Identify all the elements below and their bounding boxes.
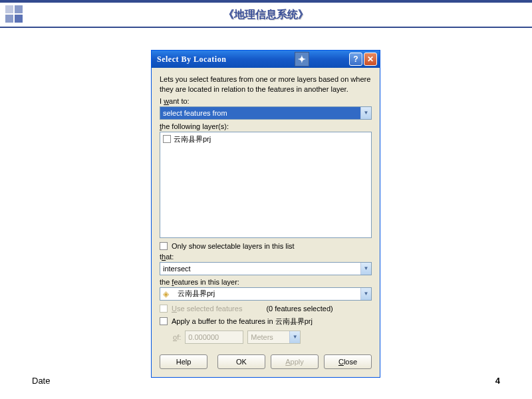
want-dropdown[interactable]: select features from ▼ xyxy=(160,106,372,120)
apply-buffer-row[interactable]: Apply a buffer to the features in 云南县界pr… xyxy=(160,317,372,327)
header-underline xyxy=(0,27,532,28)
want-value: select features from xyxy=(160,109,360,117)
help-icon[interactable]: ? xyxy=(349,53,362,66)
target-layer-dropdown[interactable]: 云南县界prj ▼ xyxy=(160,287,372,301)
layers-listbox[interactable]: 云南县界prj xyxy=(160,132,372,238)
polygon-layer-icon xyxy=(163,289,172,299)
layer-checkbox[interactable] xyxy=(163,135,171,143)
chevron-down-icon[interactable]: ▼ xyxy=(360,288,371,300)
footer-date: Date xyxy=(32,376,50,386)
dialog-title: Select By Location xyxy=(154,55,295,65)
want-label: I want to: xyxy=(160,97,372,105)
dialog-description: Lets you select features from one or mor… xyxy=(160,74,372,94)
apply-button: Apply xyxy=(271,354,319,369)
close-icon[interactable]: ✕ xyxy=(364,53,377,66)
that-label: that: xyxy=(160,253,372,261)
close-button[interactable]: Close xyxy=(324,354,372,369)
only-selectable-label: Only show selectable layers in this list xyxy=(172,242,295,250)
chevron-down-icon: ▼ xyxy=(289,331,300,343)
app-icon: ✦ xyxy=(295,52,309,66)
features-value: 云南县界prj xyxy=(175,289,360,299)
spatial-method-dropdown[interactable]: intersect ▼ xyxy=(160,262,372,275)
chevron-down-icon[interactable]: ▼ xyxy=(360,107,371,119)
use-selected-row: Use selected features (0 features select… xyxy=(160,305,372,313)
following-layers-label: the following layer(s): xyxy=(160,122,372,130)
page-title: 《地理信息系统》 xyxy=(0,8,532,22)
ok-button[interactable]: OK xyxy=(217,354,265,369)
that-value: intersect xyxy=(160,265,360,273)
layer-name: 云南县界prj xyxy=(174,134,211,144)
buffer-unit: Meters xyxy=(248,333,289,341)
button-row: Help OK Apply Close xyxy=(160,354,372,369)
only-selectable-row[interactable]: Only show selectable layers in this list xyxy=(160,242,372,250)
use-selected-checkbox xyxy=(160,305,168,313)
top-border xyxy=(0,0,532,3)
use-selected-label: Use selected features xyxy=(172,305,242,313)
of-label: of: xyxy=(173,333,181,341)
selected-count: (0 features selected) xyxy=(266,305,332,313)
dialog-titlebar[interactable]: Select By Location ✦ ? ✕ xyxy=(152,51,380,68)
apply-buffer-label: Apply a buffer to the features in 云南县界pr… xyxy=(172,317,313,327)
buffer-distance-row: of: Meters ▼ xyxy=(173,331,372,344)
buffer-distance-input xyxy=(185,331,243,344)
chevron-down-icon[interactable]: ▼ xyxy=(360,263,371,275)
dialog-body: Lets you select features from one or mor… xyxy=(152,68,380,377)
list-item[interactable]: 云南县界prj xyxy=(162,134,370,145)
help-button[interactable]: Help xyxy=(160,354,207,369)
select-by-location-dialog: Select By Location ✦ ? ✕ Lets you select… xyxy=(151,50,380,378)
only-selectable-checkbox[interactable] xyxy=(160,242,168,250)
features-in-layer-label: the features in this layer: xyxy=(160,278,372,286)
buffer-unit-dropdown: Meters ▼ xyxy=(247,331,301,344)
footer-page-number: 4 xyxy=(495,376,500,386)
apply-buffer-checkbox[interactable] xyxy=(160,317,168,325)
